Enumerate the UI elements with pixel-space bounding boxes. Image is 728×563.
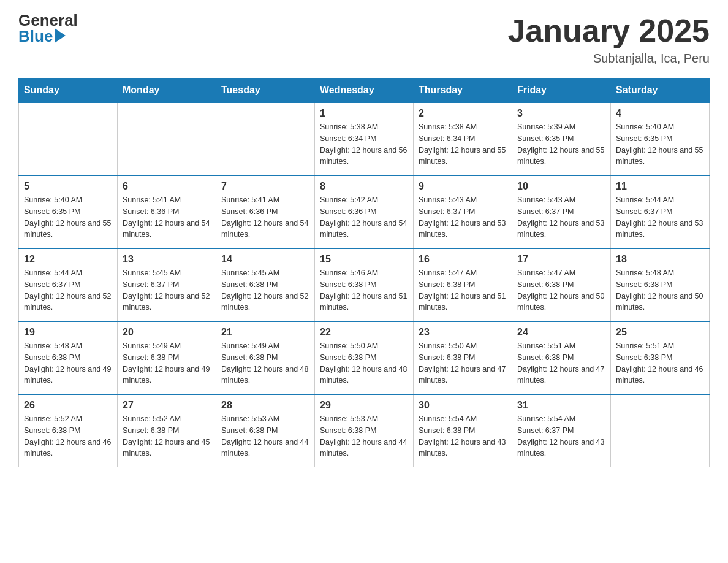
calendar-day-cell: 11Sunrise: 5:44 AMSunset: 6:37 PMDayligh…	[611, 175, 710, 248]
logo: General Blue	[18, 12, 78, 44]
calendar-day-cell: 30Sunrise: 5:54 AMSunset: 6:38 PMDayligh…	[414, 394, 512, 467]
calendar-day-cell: 2Sunrise: 5:38 AMSunset: 6:34 PMDaylight…	[414, 102, 512, 175]
calendar-day-cell: 20Sunrise: 5:49 AMSunset: 6:38 PMDayligh…	[118, 321, 216, 394]
calendar-day-header: Saturday	[611, 79, 710, 103]
calendar-title: January 2025	[507, 12, 710, 49]
day-info: Sunrise: 5:38 AMSunset: 6:34 PMDaylight:…	[320, 121, 408, 167]
calendar-day-header: Monday	[118, 79, 216, 103]
day-number: 6	[123, 181, 211, 192]
day-info: Sunrise: 5:43 AMSunset: 6:37 PMDaylight:…	[517, 194, 605, 240]
calendar-day-cell: 15Sunrise: 5:46 AMSunset: 6:38 PMDayligh…	[315, 248, 414, 321]
calendar-day-cell: 26Sunrise: 5:52 AMSunset: 6:38 PMDayligh…	[19, 394, 118, 467]
day-number: 31	[517, 400, 605, 411]
calendar-week-row: 1Sunrise: 5:38 AMSunset: 6:34 PMDaylight…	[19, 102, 710, 175]
day-number: 3	[517, 108, 605, 119]
day-number: 22	[320, 327, 408, 338]
day-number: 24	[517, 327, 605, 338]
day-number: 16	[419, 254, 507, 265]
calendar-day-cell: 13Sunrise: 5:45 AMSunset: 6:37 PMDayligh…	[118, 248, 216, 321]
calendar-day-cell: 28Sunrise: 5:53 AMSunset: 6:38 PMDayligh…	[216, 394, 315, 467]
day-info: Sunrise: 5:54 AMSunset: 6:38 PMDaylight:…	[419, 413, 507, 459]
calendar-day-cell: 21Sunrise: 5:49 AMSunset: 6:38 PMDayligh…	[216, 321, 315, 394]
day-info: Sunrise: 5:40 AMSunset: 6:35 PMDaylight:…	[616, 121, 704, 167]
calendar-day-cell	[611, 394, 710, 467]
logo-blue-text: Blue	[18, 28, 53, 44]
day-number: 2	[419, 108, 507, 119]
calendar-day-header: Sunday	[19, 79, 118, 103]
day-info: Sunrise: 5:44 AMSunset: 6:37 PMDaylight:…	[616, 194, 704, 240]
calendar-day-cell: 12Sunrise: 5:44 AMSunset: 6:37 PMDayligh…	[19, 248, 118, 321]
calendar-day-cell: 1Sunrise: 5:38 AMSunset: 6:34 PMDaylight…	[315, 102, 414, 175]
calendar-day-cell: 6Sunrise: 5:41 AMSunset: 6:36 PMDaylight…	[118, 175, 216, 248]
day-info: Sunrise: 5:53 AMSunset: 6:38 PMDaylight:…	[221, 413, 309, 459]
day-info: Sunrise: 5:47 AMSunset: 6:38 PMDaylight:…	[517, 267, 605, 313]
calendar-day-header: Tuesday	[216, 79, 315, 103]
calendar-day-cell: 25Sunrise: 5:51 AMSunset: 6:38 PMDayligh…	[611, 321, 710, 394]
day-info: Sunrise: 5:41 AMSunset: 6:36 PMDaylight:…	[123, 194, 211, 240]
day-number: 30	[419, 400, 507, 411]
calendar-day-cell: 22Sunrise: 5:50 AMSunset: 6:38 PMDayligh…	[315, 321, 414, 394]
day-number: 26	[24, 400, 112, 411]
day-info: Sunrise: 5:45 AMSunset: 6:37 PMDaylight:…	[123, 267, 211, 313]
calendar-day-header: Wednesday	[315, 79, 414, 103]
day-info: Sunrise: 5:54 AMSunset: 6:37 PMDaylight:…	[517, 413, 605, 459]
day-number: 28	[221, 400, 309, 411]
calendar-day-cell: 16Sunrise: 5:47 AMSunset: 6:38 PMDayligh…	[414, 248, 512, 321]
day-number: 18	[616, 254, 704, 265]
day-number: 12	[24, 254, 112, 265]
day-info: Sunrise: 5:49 AMSunset: 6:38 PMDaylight:…	[221, 340, 309, 386]
calendar-body: 1Sunrise: 5:38 AMSunset: 6:34 PMDaylight…	[19, 102, 710, 467]
day-info: Sunrise: 5:38 AMSunset: 6:34 PMDaylight:…	[419, 121, 507, 167]
day-number: 7	[221, 181, 309, 192]
day-number: 13	[123, 254, 211, 265]
day-number: 15	[320, 254, 408, 265]
day-info: Sunrise: 5:40 AMSunset: 6:35 PMDaylight:…	[24, 194, 112, 240]
day-number: 9	[419, 181, 507, 192]
day-info: Sunrise: 5:39 AMSunset: 6:35 PMDaylight:…	[517, 121, 605, 167]
day-number: 23	[419, 327, 507, 338]
calendar-day-cell	[19, 102, 118, 175]
day-number: 1	[320, 108, 408, 119]
day-number: 19	[24, 327, 112, 338]
day-info: Sunrise: 5:51 AMSunset: 6:38 PMDaylight:…	[517, 340, 605, 386]
day-info: Sunrise: 5:47 AMSunset: 6:38 PMDaylight:…	[419, 267, 507, 313]
day-number: 20	[123, 327, 211, 338]
day-number: 21	[221, 327, 309, 338]
calendar-week-row: 5Sunrise: 5:40 AMSunset: 6:35 PMDaylight…	[19, 175, 710, 248]
day-number: 27	[123, 400, 211, 411]
calendar-day-cell	[118, 102, 216, 175]
day-info: Sunrise: 5:45 AMSunset: 6:38 PMDaylight:…	[221, 267, 309, 313]
day-number: 14	[221, 254, 309, 265]
day-number: 8	[320, 181, 408, 192]
calendar-week-row: 26Sunrise: 5:52 AMSunset: 6:38 PMDayligh…	[19, 394, 710, 467]
logo-general-text: General	[18, 12, 78, 28]
calendar-day-cell: 9Sunrise: 5:43 AMSunset: 6:37 PMDaylight…	[414, 175, 512, 248]
day-info: Sunrise: 5:48 AMSunset: 6:38 PMDaylight:…	[616, 267, 704, 313]
calendar-subtitle: Subtanjalla, Ica, Peru	[507, 52, 710, 66]
calendar-table: SundayMondayTuesdayWednesdayThursdayFrid…	[18, 78, 710, 467]
day-number: 25	[616, 327, 704, 338]
calendar-day-cell: 8Sunrise: 5:42 AMSunset: 6:36 PMDaylight…	[315, 175, 414, 248]
calendar-week-row: 19Sunrise: 5:48 AMSunset: 6:38 PMDayligh…	[19, 321, 710, 394]
calendar-day-cell: 4Sunrise: 5:40 AMSunset: 6:35 PMDaylight…	[611, 102, 710, 175]
day-info: Sunrise: 5:51 AMSunset: 6:38 PMDaylight:…	[616, 340, 704, 386]
calendar-day-header: Friday	[512, 79, 611, 103]
day-info: Sunrise: 5:44 AMSunset: 6:37 PMDaylight:…	[24, 267, 112, 313]
calendar-day-cell: 23Sunrise: 5:50 AMSunset: 6:38 PMDayligh…	[414, 321, 512, 394]
calendar-day-cell: 29Sunrise: 5:53 AMSunset: 6:38 PMDayligh…	[315, 394, 414, 467]
page-header: General Blue January 2025 Subtanjalla, I…	[18, 12, 710, 66]
day-info: Sunrise: 5:42 AMSunset: 6:36 PMDaylight:…	[320, 194, 408, 240]
calendar-week-row: 12Sunrise: 5:44 AMSunset: 6:37 PMDayligh…	[19, 248, 710, 321]
calendar-title-area: January 2025 Subtanjalla, Ica, Peru	[507, 12, 710, 66]
day-info: Sunrise: 5:50 AMSunset: 6:38 PMDaylight:…	[419, 340, 507, 386]
day-info: Sunrise: 5:52 AMSunset: 6:38 PMDaylight:…	[24, 413, 112, 459]
day-info: Sunrise: 5:50 AMSunset: 6:38 PMDaylight:…	[320, 340, 408, 386]
calendar-day-cell: 10Sunrise: 5:43 AMSunset: 6:37 PMDayligh…	[512, 175, 611, 248]
calendar-day-cell: 5Sunrise: 5:40 AMSunset: 6:35 PMDaylight…	[19, 175, 118, 248]
calendar-day-cell: 24Sunrise: 5:51 AMSunset: 6:38 PMDayligh…	[512, 321, 611, 394]
day-number: 4	[616, 108, 704, 119]
day-info: Sunrise: 5:52 AMSunset: 6:38 PMDaylight:…	[123, 413, 211, 459]
calendar-day-cell: 7Sunrise: 5:41 AMSunset: 6:36 PMDaylight…	[216, 175, 315, 248]
calendar-header: SundayMondayTuesdayWednesdayThursdayFrid…	[19, 79, 710, 103]
calendar-day-cell: 3Sunrise: 5:39 AMSunset: 6:35 PMDaylight…	[512, 102, 611, 175]
